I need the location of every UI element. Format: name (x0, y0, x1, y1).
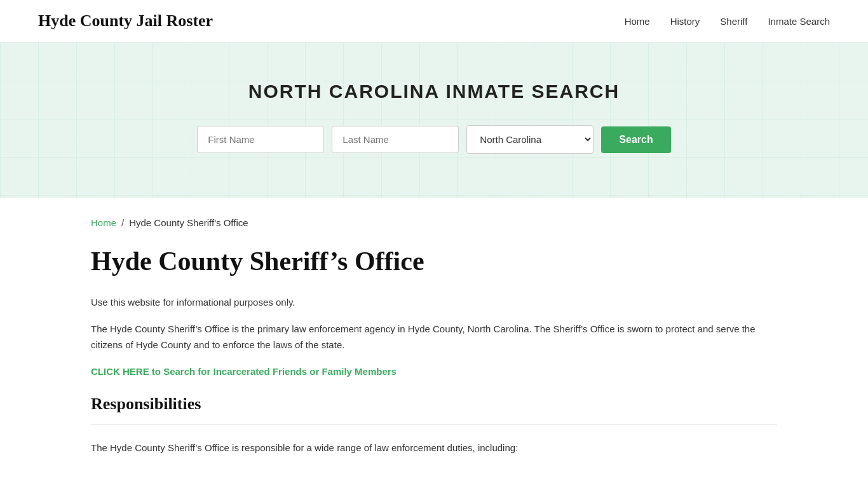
informational-note: Use this website for informational purpo… (91, 294, 777, 311)
responsibilities-intro: The Hyde County Sheriff’s Office is resp… (91, 440, 777, 456)
first-name-input[interactable] (197, 126, 324, 153)
breadcrumb-home[interactable]: Home (91, 217, 116, 228)
main-nav: Home History Sheriff Inmate Search (625, 16, 830, 27)
breadcrumb-current: Hyde County Sheriff's Office (129, 217, 248, 228)
main-content: Home / Hyde County Sheriff's Office Hyde… (53, 198, 815, 488)
hero-banner: NORTH CAROLINA INMATE SEARCH North Carol… (0, 43, 868, 198)
state-select[interactable]: North CarolinaAlabamaAlaskaArizonaArkans… (466, 125, 593, 154)
inmate-search-form: North CarolinaAlabamaAlaskaArizonaArkans… (13, 125, 855, 154)
search-button[interactable]: Search (601, 126, 670, 153)
breadcrumb-separator: / (121, 217, 124, 228)
site-title: Hyde County Jail Roster (38, 11, 213, 30)
hero-title: NORTH CAROLINA INMATE SEARCH (13, 81, 855, 102)
breadcrumb: Home / Hyde County Sheriff's Office (91, 217, 777, 228)
nav-history[interactable]: History (670, 16, 700, 27)
search-link[interactable]: CLICK HERE to Search for Incarcerated Fr… (91, 366, 397, 377)
last-name-input[interactable] (332, 126, 459, 153)
site-header: Hyde County Jail Roster Home History She… (0, 0, 868, 43)
responsibilities-heading: Responsibilities (91, 395, 777, 414)
office-description: The Hyde County Sheriff’s Office is the … (91, 321, 777, 353)
nav-inmate-search[interactable]: Inmate Search (768, 16, 830, 27)
section-divider (91, 424, 777, 424)
nav-sheriff[interactable]: Sheriff (720, 16, 747, 27)
nav-home[interactable]: Home (625, 16, 650, 27)
page-heading: Hyde County Sheriff’s Office (91, 246, 777, 276)
